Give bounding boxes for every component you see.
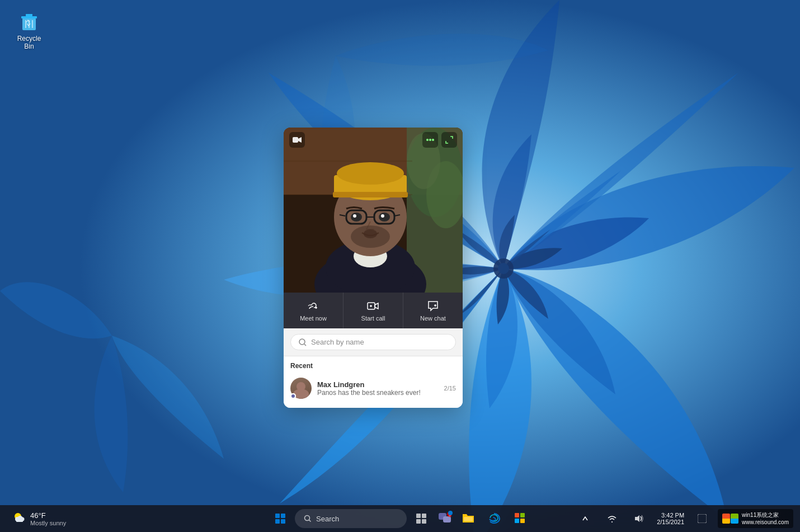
- meet-icon-svg: [307, 301, 319, 311]
- weather-widget[interactable]: 46°F Mostly sunny: [7, 509, 70, 529]
- teams-recent-section: Recent Max Lindgren Panos has the best s…: [284, 356, 463, 408]
- notification-button[interactable]: [691, 507, 713, 530]
- wm-logo-right: [731, 514, 738, 524]
- volume-button[interactable]: [628, 507, 650, 530]
- win-logo-tr: [281, 514, 285, 518]
- weather-description: Mostly sunny: [30, 520, 66, 526]
- svg-point-52: [305, 516, 310, 521]
- contact-item[interactable]: Max Lindgren Panos has the best sneakers…: [290, 374, 456, 402]
- recycle-bin[interactable]: Recycle Bin: [9, 7, 49, 54]
- meet-now-icon: [307, 299, 320, 313]
- svg-rect-26: [333, 192, 408, 197]
- new-chat-button[interactable]: New chat: [403, 293, 463, 328]
- teams-actions-bar: Meet now Start call: [284, 293, 463, 328]
- svg-point-41: [432, 139, 434, 141]
- chat-icon-svg: [427, 300, 439, 312]
- edge-browser-button[interactable]: [483, 507, 505, 530]
- teams-chat-button[interactable]: 1: [436, 510, 454, 528]
- recycle-bin-icon: [18, 10, 40, 32]
- teams-more-button[interactable]: [422, 132, 438, 148]
- teams-video-feed: [284, 128, 463, 293]
- svg-rect-63: [515, 513, 519, 517]
- weather-temperature: 46°F: [30, 511, 66, 520]
- svg-point-34: [353, 214, 356, 218]
- desktop: Recycle Bin: [0, 0, 800, 532]
- contact-name: Max Lindgren: [317, 380, 439, 389]
- teams-notification-badge: [448, 511, 453, 515]
- svg-point-39: [426, 139, 429, 141]
- network-button[interactable]: [601, 507, 623, 530]
- clock-display: 3:42 PM 2/15/2021: [657, 512, 684, 525]
- system-clock[interactable]: 3:42 PM 2/15/2021: [655, 510, 686, 528]
- wm-logo-left: [722, 514, 730, 524]
- weather-info: 46°F Mostly sunny: [30, 511, 66, 526]
- svg-rect-38: [293, 137, 298, 143]
- file-explorer-button[interactable]: [457, 507, 479, 530]
- svg-point-2: [498, 263, 509, 274]
- svg-rect-67: [698, 514, 707, 523]
- teams-camera-button[interactable]: [289, 132, 305, 148]
- contact-avatar-wrapper: [290, 378, 312, 399]
- recycle-bin-label: Recycle Bin: [12, 35, 46, 50]
- svg-rect-59: [443, 516, 451, 522]
- clock-date: 2/15/2021: [657, 519, 684, 525]
- search-icon: [299, 338, 307, 346]
- taskbar-center: Search 1: [269, 507, 531, 530]
- camera-icon: [293, 136, 302, 143]
- new-chat-label: New chat: [420, 315, 446, 322]
- svg-rect-66: [520, 519, 525, 523]
- watermark: win11系统之家 www.reisound.com: [718, 509, 793, 528]
- start-call-icon: [366, 299, 380, 313]
- chevron-up-icon: [582, 515, 589, 522]
- svg-point-45: [299, 339, 305, 345]
- tray-show-hidden[interactable]: [574, 507, 596, 530]
- svg-rect-4: [21, 16, 37, 18]
- store-button[interactable]: [509, 507, 531, 530]
- start-button[interactable]: [269, 507, 291, 530]
- start-call-label: Start call: [361, 315, 385, 322]
- svg-rect-54: [416, 514, 421, 518]
- start-call-button[interactable]: Start call: [343, 293, 403, 328]
- meet-now-button[interactable]: Meet now: [284, 293, 343, 328]
- taskbar-right: 3:42 PM 2/15/2021 win11系统之家 www.reisoun: [574, 507, 793, 530]
- svg-point-25: [337, 162, 404, 185]
- clock-time: 3:42 PM: [657, 512, 684, 519]
- teams-search-area: Search by name: [284, 328, 463, 356]
- contact-info: Max Lindgren Panos has the best sneakers…: [317, 380, 439, 397]
- win-logo-tl: [275, 514, 280, 518]
- video-call-icon-svg: [367, 301, 379, 311]
- teams-popup: Meet now Start call: [284, 128, 463, 408]
- watermark-logo: [722, 514, 738, 524]
- task-view-button[interactable]: [410, 507, 432, 530]
- svg-line-46: [304, 344, 306, 346]
- svg-rect-65: [515, 519, 519, 523]
- teams-recent-title: Recent: [290, 362, 456, 370]
- file-explorer-icon: [462, 513, 474, 524]
- watermark-url: www.reisound.com: [742, 519, 789, 526]
- more-icon: [426, 139, 434, 141]
- notification-icon: [698, 514, 707, 523]
- volume-icon: [634, 514, 644, 523]
- teams-top-actions: [422, 132, 457, 148]
- windows-logo: [275, 514, 285, 524]
- svg-rect-5: [26, 14, 32, 16]
- svg-rect-51: [16, 519, 23, 522]
- taskbar-search-text: Search: [316, 515, 339, 523]
- taskbar-left: 46°F Mostly sunny: [7, 509, 119, 529]
- taskbar-search[interactable]: Search: [295, 509, 407, 528]
- teams-search-input[interactable]: Search by name: [290, 334, 456, 350]
- svg-rect-56: [416, 519, 421, 524]
- svg-point-40: [429, 139, 431, 141]
- edge-icon: [488, 512, 500, 525]
- svg-point-32: [351, 213, 362, 222]
- new-chat-icon: [426, 299, 440, 313]
- svg-point-33: [379, 213, 390, 222]
- meet-now-label: Meet now: [300, 315, 327, 322]
- svg-rect-64: [520, 513, 525, 517]
- teams-top-bar: [284, 128, 463, 152]
- teams-video-area: [284, 128, 463, 293]
- teams-search-placeholder: Search by name: [311, 338, 364, 346]
- presence-dot: [290, 393, 296, 399]
- teams-expand-button[interactable]: [441, 132, 457, 148]
- watermark-text: win11系统之家 www.reisound.com: [742, 511, 789, 526]
